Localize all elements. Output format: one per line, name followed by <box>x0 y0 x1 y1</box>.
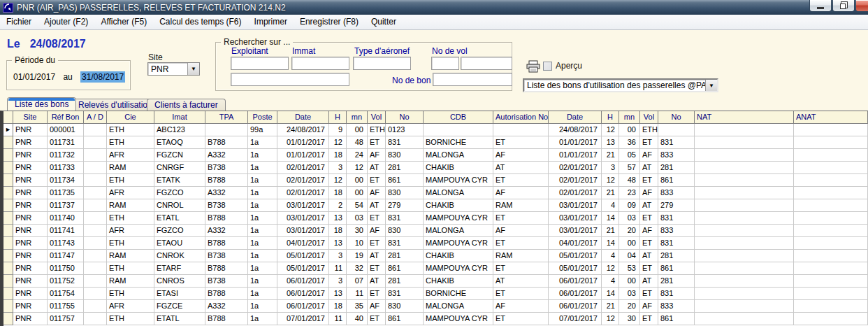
grid-cell[interactable]: 06/01/2017 <box>277 275 329 288</box>
grid-cell[interactable]: ETH <box>640 124 658 136</box>
grid-cell[interactable]: 011741 <box>48 225 84 237</box>
grid-cell[interactable]: 11 <box>329 262 347 275</box>
grid-cell[interactable]: 4 <box>602 275 619 288</box>
grid-cell[interactable]: ETATL <box>154 313 205 325</box>
grid-cell[interactable]: 830 <box>386 149 424 162</box>
grid-cell[interactable] <box>695 136 794 149</box>
no-vol-input[interactable] <box>461 57 512 70</box>
table-row[interactable]: PNR011750ETHETARFB7881a05/01/20171132ET8… <box>3 262 868 275</box>
grid-cell[interactable] <box>794 149 868 162</box>
grid-cell[interactable] <box>205 124 248 136</box>
grid-cell[interactable] <box>84 313 107 325</box>
grid-cell[interactable]: 011750 <box>48 262 84 275</box>
grid-cell[interactable]: PNR <box>13 199 48 212</box>
grid-cell[interactable] <box>84 262 107 275</box>
grid-cell[interactable]: ET <box>640 237 658 250</box>
grid-cell[interactable] <box>794 136 868 149</box>
close-button[interactable] <box>855 0 868 12</box>
grid-cell[interactable]: MAMPOUYA CYR <box>424 212 493 225</box>
grid-cell[interactable]: AF <box>640 187 658 199</box>
grid-cell[interactable]: PNR <box>13 174 48 187</box>
grid-cell[interactable]: AF <box>368 149 386 162</box>
column-header[interactable]: TPA <box>205 111 248 124</box>
grid-cell[interactable]: 24 <box>347 149 368 162</box>
grid-cell[interactable]: 02/01/2017 <box>549 174 602 187</box>
grid-cell[interactable] <box>695 174 794 187</box>
grid-cell[interactable] <box>84 300 107 313</box>
grid-cell[interactable]: 011732 <box>48 149 84 162</box>
grid-cell[interactable]: 06/01/2017 <box>549 288 602 300</box>
grid-cell[interactable]: 18 <box>329 149 347 162</box>
grid-cell[interactable]: B788 <box>205 288 248 300</box>
grid-cell[interactable]: 12 <box>329 174 347 187</box>
grid-cell[interactable]: ET <box>640 288 658 300</box>
grid-cell[interactable]: 03/01/2017 <box>277 212 329 225</box>
restore-button[interactable] <box>832 0 855 12</box>
grid-cell[interactable]: 4 <box>602 199 619 212</box>
grid-cell[interactable] <box>794 124 868 136</box>
grid-cell[interactable]: B738 <box>205 199 248 212</box>
grid-cell[interactable]: 02/01/2017 <box>277 187 329 199</box>
column-header[interactable]: NAT <box>695 111 794 124</box>
grid-cell[interactable]: ETH <box>107 136 154 149</box>
grid-cell[interactable]: FGZCN <box>154 149 205 162</box>
column-header[interactable]: Date <box>549 111 602 124</box>
grid-cell[interactable]: ETH <box>368 124 386 136</box>
grid-cell[interactable]: 011740 <box>48 212 84 225</box>
grid-cell[interactable]: 12 <box>602 124 619 136</box>
grid-cell[interactable]: 011755 <box>48 300 84 313</box>
grid-cell[interactable]: 12 <box>602 313 619 325</box>
grid-cell[interactable] <box>695 275 794 288</box>
grid-cell[interactable]: 861 <box>658 262 695 275</box>
grid-cell[interactable]: 3 <box>329 250 347 262</box>
grid-cell[interactable]: 06/01/2017 <box>277 300 329 313</box>
grid-cell[interactable]: 18 <box>329 225 347 237</box>
grid-cell[interactable]: ETATK <box>154 174 205 187</box>
grid-cell[interactable]: 011752 <box>48 275 84 288</box>
grid-cell[interactable]: PNR <box>13 225 48 237</box>
table-row[interactable]: PNR011752RAMCNROSB7381a06/01/2017307AT28… <box>3 275 868 288</box>
grid-cell[interactable]: 06/01/2017 <box>549 300 602 313</box>
grid-cell[interactable]: 011731 <box>48 136 84 149</box>
grid-cell[interactable]: AF <box>493 225 549 237</box>
grid-cell[interactable]: 20 <box>619 225 640 237</box>
chevron-down-icon[interactable]: ▼ <box>705 80 717 91</box>
grid-cell[interactable]: ET <box>640 136 658 149</box>
grid-cell[interactable]: PNR <box>13 149 48 162</box>
column-header[interactable]: Vol <box>368 111 386 124</box>
print-button[interactable] <box>526 60 540 73</box>
grid-cell[interactable]: 10 <box>347 237 368 250</box>
table-row[interactable]: PNR011757ETHETATLB7881a07/01/20171140ET8… <box>3 313 868 325</box>
grid-cell[interactable] <box>84 288 107 300</box>
grid-cell[interactable] <box>84 237 107 250</box>
grid-cell[interactable] <box>794 225 868 237</box>
grid-cell[interactable]: AT <box>640 275 658 288</box>
grid-cell[interactable]: ET <box>368 174 386 187</box>
table-row[interactable]: PNR011734ETHETATKB7881a02/01/20171200ET8… <box>3 174 868 187</box>
grid-cell[interactable]: 13 <box>329 212 347 225</box>
grid-cell[interactable]: 833 <box>658 149 695 162</box>
grid-cell[interactable]: 24/08/2017 <box>549 124 602 136</box>
grid-cell[interactable]: 011733 <box>48 162 84 174</box>
grid-cell[interactable]: AF <box>368 187 386 199</box>
grid-cell[interactable]: ET <box>493 174 549 187</box>
grid-cell[interactable]: RAM <box>107 275 154 288</box>
grid-cell[interactable] <box>695 187 794 199</box>
grid-cell[interactable]: 03 <box>347 212 368 225</box>
grid-cell[interactable]: 13 <box>329 237 347 250</box>
grid-cell[interactable]: AF <box>640 225 658 237</box>
no-vol-prefix-input[interactable] <box>431 57 459 70</box>
grid-cell[interactable]: 831 <box>658 212 695 225</box>
grid-cell[interactable]: PNR <box>13 124 48 136</box>
grid-cell[interactable]: 1a <box>248 237 277 250</box>
grid-cell[interactable]: 00 <box>619 275 640 288</box>
grid-cell[interactable]: CNRGF <box>154 162 205 174</box>
grid-cell[interactable]: 1a <box>248 313 277 325</box>
grid-cell[interactable] <box>493 124 549 136</box>
table-row[interactable]: PNR011732AFRFGZCNA3321a01/01/20171824AF8… <box>3 149 868 162</box>
grid-cell[interactable]: 03 <box>619 212 640 225</box>
table-row[interactable]: PNR011747RAMCNROKB7381a05/01/2017319AT28… <box>3 250 868 262</box>
table-row[interactable]: ►PNR000001ETHABC12399a24/08/2017900ETH01… <box>3 124 868 136</box>
grid-cell[interactable]: 011734 <box>48 174 84 187</box>
grid-cell[interactable]: 833 <box>658 187 695 199</box>
